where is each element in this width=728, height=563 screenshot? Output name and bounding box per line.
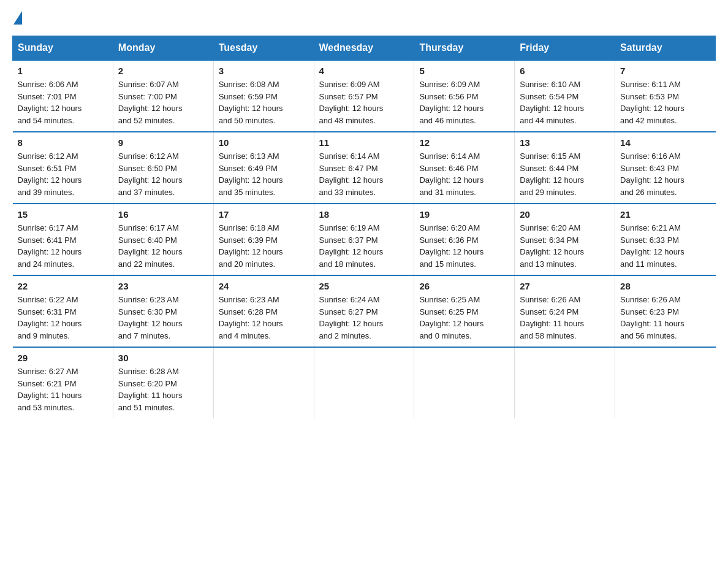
calendar-cell: 22Sunrise: 6:22 AMSunset: 6:31 PMDayligh… (13, 275, 113, 347)
calendar-cell: 8Sunrise: 6:12 AMSunset: 6:51 PMDaylight… (13, 132, 113, 204)
calendar-week-row: 1Sunrise: 6:06 AMSunset: 7:01 PMDaylight… (13, 60, 716, 132)
day-info: Sunrise: 6:09 AMSunset: 6:56 PMDaylight:… (419, 79, 509, 126)
calendar-cell: 5Sunrise: 6:09 AMSunset: 6:56 PMDaylight… (414, 60, 515, 132)
calendar-cell: 2Sunrise: 6:07 AMSunset: 7:00 PMDaylight… (113, 60, 213, 132)
page-header (12, 12, 716, 26)
day-info: Sunrise: 6:22 AMSunset: 6:31 PMDaylight:… (18, 294, 108, 342)
day-info: Sunrise: 6:17 AMSunset: 6:40 PMDaylight:… (118, 222, 208, 270)
weekday-header-thursday: Thursday (414, 36, 515, 61)
calendar-week-row: 15Sunrise: 6:17 AMSunset: 6:41 PMDayligh… (13, 204, 716, 275)
day-number: 14 (620, 137, 710, 148)
calendar-cell: 24Sunrise: 6:23 AMSunset: 6:28 PMDayligh… (213, 275, 314, 347)
day-info: Sunrise: 6:18 AMSunset: 6:39 PMDaylight:… (219, 222, 309, 270)
day-info: Sunrise: 6:26 AMSunset: 6:24 PMDaylight:… (520, 294, 610, 342)
day-info: Sunrise: 6:20 AMSunset: 6:36 PMDaylight:… (419, 222, 509, 270)
day-number: 18 (319, 209, 409, 220)
calendar-cell: 10Sunrise: 6:13 AMSunset: 6:49 PMDayligh… (213, 132, 314, 204)
day-info: Sunrise: 6:12 AMSunset: 6:51 PMDaylight:… (18, 150, 108, 198)
day-info: Sunrise: 6:28 AMSunset: 6:20 PMDaylight:… (118, 366, 208, 413)
day-number: 10 (219, 137, 309, 148)
weekday-header-wednesday: Wednesday (314, 36, 414, 61)
calendar-cell: 21Sunrise: 6:21 AMSunset: 6:33 PMDayligh… (615, 204, 716, 275)
day-info: Sunrise: 6:21 AMSunset: 6:33 PMDaylight:… (620, 222, 710, 270)
day-number: 22 (18, 281, 108, 291)
day-info: Sunrise: 6:13 AMSunset: 6:49 PMDaylight:… (219, 150, 309, 198)
day-info: Sunrise: 6:27 AMSunset: 6:21 PMDaylight:… (18, 366, 108, 413)
day-info: Sunrise: 6:23 AMSunset: 6:30 PMDaylight:… (118, 294, 208, 342)
calendar-cell: 6Sunrise: 6:10 AMSunset: 6:54 PMDaylight… (515, 60, 615, 132)
day-number: 1 (18, 66, 108, 76)
weekday-header-tuesday: Tuesday (213, 36, 314, 61)
day-info: Sunrise: 6:20 AMSunset: 6:34 PMDaylight:… (520, 222, 610, 270)
calendar-cell: 27Sunrise: 6:26 AMSunset: 6:24 PMDayligh… (515, 275, 615, 347)
day-number: 26 (419, 281, 509, 291)
calendar-week-row: 22Sunrise: 6:22 AMSunset: 6:31 PMDayligh… (13, 275, 716, 347)
day-info: Sunrise: 6:25 AMSunset: 6:25 PMDaylight:… (419, 294, 509, 342)
day-info: Sunrise: 6:14 AMSunset: 6:46 PMDaylight:… (419, 150, 509, 198)
day-info: Sunrise: 6:10 AMSunset: 6:54 PMDaylight:… (520, 79, 610, 126)
calendar-week-row: 8Sunrise: 6:12 AMSunset: 6:51 PMDaylight… (13, 132, 716, 204)
calendar-week-row: 29Sunrise: 6:27 AMSunset: 6:21 PMDayligh… (13, 347, 716, 418)
day-number: 24 (219, 281, 309, 291)
day-number: 9 (118, 137, 208, 148)
day-number: 16 (118, 209, 208, 220)
weekday-header-sunday: Sunday (13, 36, 113, 61)
calendar-cell (314, 347, 414, 418)
logo (12, 12, 23, 26)
day-info: Sunrise: 6:19 AMSunset: 6:37 PMDaylight:… (319, 222, 409, 270)
day-info: Sunrise: 6:16 AMSunset: 6:43 PMDaylight:… (620, 150, 710, 198)
day-info: Sunrise: 6:07 AMSunset: 7:00 PMDaylight:… (118, 79, 208, 126)
day-number: 25 (319, 281, 409, 291)
calendar-cell (414, 347, 515, 418)
calendar-cell: 13Sunrise: 6:15 AMSunset: 6:44 PMDayligh… (515, 132, 615, 204)
day-info: Sunrise: 6:24 AMSunset: 6:27 PMDaylight:… (319, 294, 409, 342)
day-info: Sunrise: 6:06 AMSunset: 7:01 PMDaylight:… (18, 79, 108, 126)
calendar-cell: 30Sunrise: 6:28 AMSunset: 6:20 PMDayligh… (113, 347, 213, 418)
calendar-cell: 3Sunrise: 6:08 AMSunset: 6:59 PMDaylight… (213, 60, 314, 132)
weekday-header-row: SundayMondayTuesdayWednesdayThursdayFrid… (13, 36, 716, 61)
calendar-cell: 16Sunrise: 6:17 AMSunset: 6:40 PMDayligh… (113, 204, 213, 275)
day-info: Sunrise: 6:26 AMSunset: 6:23 PMDaylight:… (620, 294, 710, 342)
calendar-cell: 12Sunrise: 6:14 AMSunset: 6:46 PMDayligh… (414, 132, 515, 204)
day-info: Sunrise: 6:08 AMSunset: 6:59 PMDaylight:… (219, 79, 309, 126)
calendar-cell: 23Sunrise: 6:23 AMSunset: 6:30 PMDayligh… (113, 275, 213, 347)
day-info: Sunrise: 6:23 AMSunset: 6:28 PMDaylight:… (219, 294, 309, 342)
calendar-cell: 20Sunrise: 6:20 AMSunset: 6:34 PMDayligh… (515, 204, 615, 275)
calendar-cell: 14Sunrise: 6:16 AMSunset: 6:43 PMDayligh… (615, 132, 716, 204)
day-number: 12 (419, 137, 509, 148)
day-number: 20 (520, 209, 610, 220)
day-info: Sunrise: 6:15 AMSunset: 6:44 PMDaylight:… (520, 150, 610, 198)
day-number: 11 (319, 137, 409, 148)
weekday-header-saturday: Saturday (615, 36, 716, 61)
day-number: 6 (520, 66, 610, 76)
day-number: 3 (219, 66, 309, 76)
day-info: Sunrise: 6:17 AMSunset: 6:41 PMDaylight:… (18, 222, 108, 270)
day-number: 23 (118, 281, 208, 291)
day-number: 19 (419, 209, 509, 220)
day-info: Sunrise: 6:14 AMSunset: 6:47 PMDaylight:… (319, 150, 409, 198)
calendar-cell (615, 347, 716, 418)
calendar-cell (213, 347, 314, 418)
day-number: 28 (620, 281, 710, 291)
logo-triangle-icon (13, 11, 22, 25)
weekday-header-monday: Monday (113, 36, 213, 61)
day-number: 27 (520, 281, 610, 291)
calendar-cell: 9Sunrise: 6:12 AMSunset: 6:50 PMDaylight… (113, 132, 213, 204)
calendar-cell: 19Sunrise: 6:20 AMSunset: 6:36 PMDayligh… (414, 204, 515, 275)
day-info: Sunrise: 6:12 AMSunset: 6:50 PMDaylight:… (118, 150, 208, 198)
calendar-cell: 26Sunrise: 6:25 AMSunset: 6:25 PMDayligh… (414, 275, 515, 347)
day-number: 17 (219, 209, 309, 220)
day-number: 4 (319, 66, 409, 76)
calendar-cell: 11Sunrise: 6:14 AMSunset: 6:47 PMDayligh… (314, 132, 414, 204)
day-number: 2 (118, 66, 208, 76)
calendar-cell: 4Sunrise: 6:09 AMSunset: 6:57 PMDaylight… (314, 60, 414, 132)
day-number: 5 (419, 66, 509, 76)
day-number: 21 (620, 209, 710, 220)
day-number: 15 (18, 209, 108, 220)
calendar-cell: 28Sunrise: 6:26 AMSunset: 6:23 PMDayligh… (615, 275, 716, 347)
calendar-cell: 17Sunrise: 6:18 AMSunset: 6:39 PMDayligh… (213, 204, 314, 275)
calendar-cell: 15Sunrise: 6:17 AMSunset: 6:41 PMDayligh… (13, 204, 113, 275)
day-number: 8 (18, 137, 108, 148)
calendar-cell (515, 347, 615, 418)
calendar-cell: 18Sunrise: 6:19 AMSunset: 6:37 PMDayligh… (314, 204, 414, 275)
